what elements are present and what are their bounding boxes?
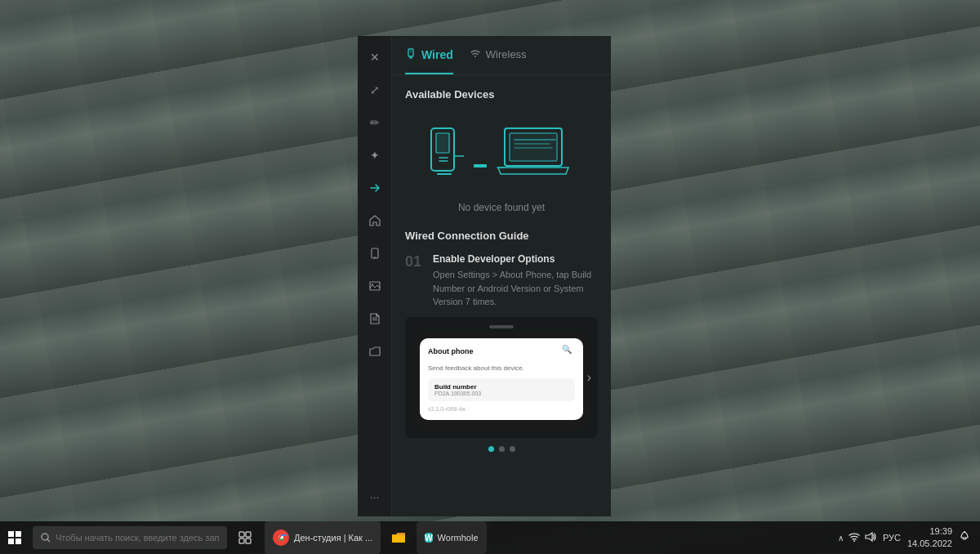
taskbar-date-value: 14.05.2022 — [907, 538, 952, 550]
tab-bar: Wired Wireless — [392, 36, 611, 75]
phone-screen-title: About phone — [428, 347, 474, 355]
taskbar-explorer[interactable] — [384, 521, 413, 554]
sidebar-document-button[interactable] — [360, 304, 390, 333]
chrome-label: Ден-студия | Как ... — [294, 533, 372, 543]
wormhole-label: Wormhole — [438, 533, 479, 543]
next-step-arrow[interactable]: › — [587, 370, 591, 385]
phone-screen-header: About phone 🔍 — [428, 345, 575, 358]
guide-step-1: 01 Enable Developer Options Open Setting… — [405, 253, 598, 309]
start-button[interactable] — [0, 521, 29, 554]
task-view-button[interactable] — [230, 521, 260, 554]
screenshot-area: About phone 🔍 Send feedback about this d… — [405, 317, 598, 438]
app-window: ✕ ⤢ ✏ ✦ — [358, 36, 611, 516]
taskbar-search[interactable] — [33, 526, 227, 549]
chrome-logo — [275, 532, 287, 543]
tab-wireless[interactable]: Wireless — [470, 36, 527, 74]
explorer-icon — [391, 531, 406, 544]
tab-wireless-label: Wireless — [486, 48, 527, 60]
search-icon — [41, 533, 51, 543]
sidebar-home-button[interactable] — [360, 206, 390, 235]
step-1-title: Enable Developer Options — [433, 253, 598, 265]
main-panel: Wired Wireless Available Devices — [392, 36, 611, 516]
notification-icon[interactable] — [959, 531, 970, 545]
sidebar-folder-button[interactable] — [360, 337, 390, 366]
screenshot-phone: About phone 🔍 Send feedback about this d… — [413, 332, 590, 430]
sidebar: ✕ ⤢ ✏ ✦ — [358, 36, 392, 516]
task-view-icon — [238, 531, 252, 544]
device-illustration — [405, 110, 598, 199]
svg-marker-36 — [866, 533, 872, 541]
svg-rect-19 — [510, 133, 557, 161]
svg-point-28 — [42, 534, 48, 540]
step-1-desc: Open Settings > About Phone, tap Build N… — [433, 268, 598, 309]
svg-rect-27 — [16, 538, 21, 544]
cable-connector — [474, 163, 487, 169]
expand-tray-icon[interactable]: ∧ — [838, 534, 844, 543]
sidebar-expand-button[interactable]: ⤢ — [360, 75, 390, 105]
build-number-title: Build number — [434, 383, 568, 391]
tab-wired-label: Wired — [421, 48, 453, 61]
taskbar-clock[interactable]: 19:39 14.05.2022 — [907, 525, 952, 551]
svg-rect-30 — [239, 532, 244, 537]
volume-icon[interactable] — [865, 531, 876, 545]
svg-rect-25 — [16, 531, 21, 537]
svg-rect-26 — [8, 538, 14, 544]
content-area: Available Devices — [392, 75, 611, 473]
no-device-text: No device found yet — [405, 202, 598, 213]
taskbar-lang: РУС — [883, 533, 901, 543]
guide-title: Wired Connection Guide — [405, 230, 598, 242]
svg-rect-32 — [239, 538, 244, 543]
chrome-icon — [273, 529, 289, 546]
step-number-1: 01 — [405, 253, 425, 309]
svg-rect-0 — [372, 248, 378, 258]
sidebar-phone-button[interactable] — [360, 239, 390, 268]
taskbar-search-input[interactable] — [56, 533, 219, 543]
svg-rect-6 — [408, 49, 413, 56]
taskbar-chrome[interactable]: Ден-студия | Как ... — [265, 521, 381, 554]
sys-icons: ∧ — [838, 531, 876, 545]
svg-rect-13 — [436, 133, 449, 153]
taskbar-time-value: 19:39 — [929, 525, 952, 538]
taskbar: Ден-студия | Как ... W Wormhole ∧ — [0, 521, 980, 554]
build-number-value: PD2A.190305.003 — [434, 391, 568, 396]
svg-rect-33 — [246, 538, 251, 543]
phone-screen-subtitle: Send feedback about this device. — [428, 364, 575, 372]
sidebar-image-button[interactable] — [360, 271, 390, 301]
sidebar-send-button[interactable] — [360, 173, 390, 203]
step-1-content: Enable Developer Options Open Settings >… — [433, 253, 598, 309]
phone-illustration — [425, 127, 464, 185]
sidebar-edit-button[interactable]: ✏ — [360, 108, 390, 137]
phone-notch-pill — [489, 325, 514, 328]
svg-rect-31 — [246, 532, 251, 537]
svg-point-35 — [853, 540, 855, 542]
sidebar-star-button[interactable]: ✦ — [360, 141, 390, 170]
svg-point-10 — [474, 56, 476, 57]
dot-2[interactable] — [499, 446, 505, 452]
dot-3[interactable] — [510, 446, 515, 452]
sidebar-more-button[interactable]: ··· — [363, 484, 386, 510]
phone-screen-card: Build number PD2A.190305.003 — [428, 378, 575, 401]
phone-notch — [413, 325, 590, 328]
wormhole-icon: W — [425, 533, 432, 543]
svg-rect-24 — [8, 531, 14, 537]
sidebar-close-button[interactable]: ✕ — [360, 42, 390, 72]
phone-search-icon: 🔍 — [562, 345, 575, 358]
tab-wired[interactable]: Wired — [405, 36, 453, 74]
available-devices-title: Available Devices — [405, 88, 598, 101]
dot-1[interactable] — [488, 446, 494, 452]
laptop-illustration — [497, 127, 578, 185]
wired-icon — [405, 47, 416, 61]
taskbar-right: ∧ РУС 19:39 14.05.2022 — [838, 525, 980, 551]
svg-rect-17 — [474, 164, 487, 168]
svg-line-29 — [47, 539, 50, 542]
taskbar-wormhole[interactable]: W Wormhole — [416, 521, 486, 554]
wireless-icon — [470, 47, 481, 61]
phone-screen-version: v2.1.0-r068-4a — [428, 406, 575, 412]
phone-screen-content: About phone 🔍 Send feedback about this d… — [420, 338, 583, 420]
network-icon[interactable] — [849, 531, 860, 545]
dots-indicator — [405, 438, 598, 460]
